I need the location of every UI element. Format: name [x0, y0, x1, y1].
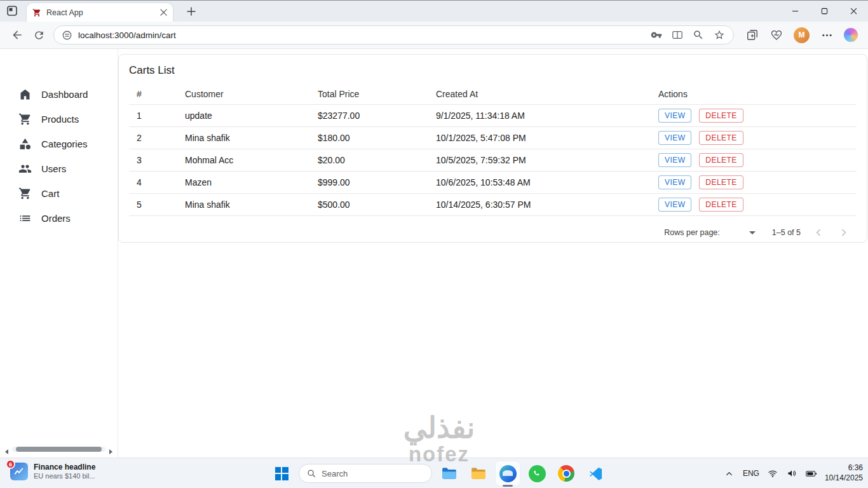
edge-icon [499, 465, 517, 482]
delete-button[interactable]: DELETE [699, 109, 743, 123]
taskbar-clock[interactable]: 6:36 10/14/2025 [825, 463, 863, 483]
rows-per-page-label: Rows per page: [664, 228, 720, 237]
delete-button[interactable]: DELETE [699, 198, 743, 212]
sidebar-horizontal-scrollbar[interactable] [4, 446, 114, 452]
scroll-left-icon[interactable] [4, 446, 10, 452]
taskbar-center: Search [269, 458, 607, 488]
new-tab-button[interactable] [186, 6, 196, 17]
view-button[interactable]: VIEW [658, 109, 691, 123]
cell-total-price: $20.00 [310, 149, 428, 172]
table-row: 2 Mina shafik $180.00 10/1/2025, 5:47:08… [129, 127, 857, 149]
delete-button[interactable]: DELETE [699, 175, 743, 189]
sidebar-item-cart[interactable]: Cart [0, 181, 118, 206]
cell-created-at: 10/5/2025, 7:59:32 PM [428, 149, 651, 172]
language-indicator[interactable]: ENG [743, 469, 759, 478]
header-num: # [129, 83, 177, 105]
view-button[interactable]: VIEW [658, 131, 691, 145]
vscode-button[interactable] [583, 461, 607, 485]
system-tray: ENG 6:36 10/14/2025 [724, 458, 863, 488]
view-button[interactable]: VIEW [658, 198, 691, 212]
file-explorer-button[interactable] [437, 461, 461, 485]
split-screen-icon[interactable] [671, 29, 684, 41]
cell-created-at: 10/1/2025, 5:47:08 PM [428, 127, 651, 149]
profile-avatar[interactable]: M [794, 27, 810, 43]
tray-chevron-up-icon[interactable] [724, 468, 735, 479]
cell-num: 4 [129, 172, 177, 194]
chevron-down-icon [749, 231, 756, 234]
taskbar-search[interactable]: Search [299, 464, 432, 483]
address-bar[interactable]: localhost:3000/admin/cart [53, 25, 734, 44]
table-header-row: # Customer Total Price Created At Action… [129, 83, 857, 105]
cell-num: 5 [129, 194, 177, 216]
rows-per-page-select[interactable] [734, 231, 756, 234]
header-total-price: Total Price [310, 83, 428, 105]
tab-favicon-cart-icon [32, 8, 41, 17]
cell-customer: Mina shafik [177, 127, 310, 149]
battery-icon[interactable] [806, 468, 817, 479]
favorites-star-icon[interactable] [713, 29, 726, 41]
settings-more-icon[interactable] [820, 28, 834, 42]
start-button[interactable] [269, 461, 294, 485]
sidebar-item-label: Cart [41, 188, 59, 199]
browser-tab[interactable]: React App [27, 3, 173, 22]
view-button[interactable]: VIEW [658, 175, 691, 189]
page-content: Dashboard Products Categories [0, 49, 868, 458]
scrollbar-thumb[interactable] [16, 447, 102, 452]
browser-essentials-icon[interactable] [770, 28, 783, 42]
password-key-icon[interactable] [650, 29, 663, 41]
whatsapp-button[interactable] [525, 461, 549, 485]
sidebar-item-label: Users [41, 163, 66, 174]
sidebar-item-users[interactable]: Users [0, 156, 118, 181]
previous-page-icon[interactable] [811, 225, 826, 240]
widget-headline: Finance headline [34, 463, 95, 472]
delete-button[interactable]: DELETE [699, 153, 743, 167]
window-close-button[interactable] [839, 1, 868, 22]
tab-actions-icon[interactable] [6, 5, 18, 17]
browser-toolbar: localhost:3000/admin/cart M [0, 22, 868, 49]
cell-actions: VIEW DELETE [651, 172, 857, 194]
tab-close-icon[interactable] [160, 9, 167, 16]
delete-button[interactable]: DELETE [699, 131, 743, 145]
carts-table-body: 1 update $23277.00 9/1/2025, 11:34:18 AM… [129, 105, 857, 216]
edge-browser-button[interactable] [496, 461, 520, 485]
sidebar-item-products[interactable]: Products [0, 107, 118, 132]
cell-actions: VIEW DELETE [651, 194, 857, 216]
volume-icon[interactable] [787, 468, 797, 479]
windows-taskbar: 6 Finance headline EU nears $140 bil... … [0, 458, 868, 488]
wifi-icon[interactable] [768, 468, 778, 479]
sidebar-item-dashboard[interactable]: Dashboard [0, 82, 118, 107]
sidebar-item-orders[interactable]: Orders [0, 206, 118, 231]
page-title: Carts List [119, 55, 867, 78]
cell-total-price: $500.00 [310, 194, 428, 216]
window-maximize-button[interactable] [810, 1, 839, 22]
view-button[interactable]: VIEW [658, 153, 691, 167]
folder-button[interactable] [466, 461, 491, 485]
cell-actions: VIEW DELETE [651, 105, 857, 127]
orders-list-icon [18, 212, 32, 225]
table-row: 1 update $23277.00 9/1/2025, 11:34:18 AM… [129, 105, 857, 127]
next-page-icon[interactable] [836, 225, 851, 240]
copilot-icon[interactable] [844, 28, 858, 42]
admin-sidebar: Dashboard Products Categories [0, 49, 118, 458]
scrollbar-track[interactable] [12, 447, 105, 452]
url-text[interactable]: localhost:3000/admin/cart [78, 30, 642, 40]
table-row: 4 Mazen $999.00 10/6/2025, 10:53:48 AM V… [129, 172, 857, 194]
windows-logo-icon [275, 467, 288, 480]
cell-customer: Mina shafik [177, 194, 310, 216]
cell-num: 2 [129, 127, 177, 149]
refresh-icon[interactable] [30, 26, 48, 44]
window-minimize-button[interactable] [780, 1, 810, 22]
chrome-button[interactable] [554, 461, 578, 485]
news-widget[interactable]: 6 Finance headline EU nears $140 bil... [6, 463, 95, 481]
cell-num: 1 [129, 105, 177, 127]
clock-time: 6:36 [825, 463, 863, 473]
cell-total-price: $23277.00 [310, 105, 428, 127]
sidebar-item-categories[interactable]: Categories [0, 132, 118, 156]
zoom-search-icon[interactable] [692, 29, 705, 41]
site-info-icon[interactable] [62, 30, 72, 41]
header-created-at: Created At [428, 83, 651, 105]
back-icon[interactable] [8, 26, 26, 44]
collections-icon[interactable] [745, 28, 759, 42]
scroll-right-icon[interactable] [107, 446, 114, 452]
whatsapp-icon [529, 465, 546, 482]
